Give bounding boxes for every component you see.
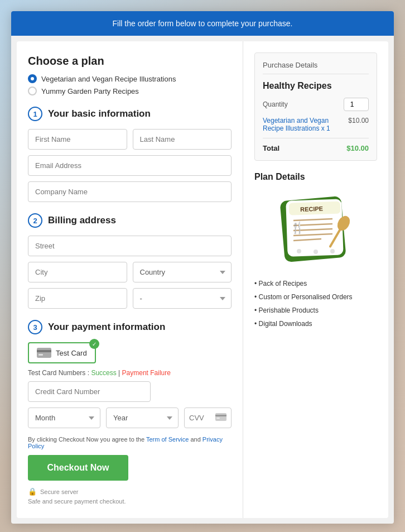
svg-point-20 bbox=[330, 249, 335, 253]
card-option[interactable]: ✓ Test Card bbox=[28, 342, 96, 363]
recipe-illustration: RECIPE 🍴 bbox=[254, 190, 377, 268]
cc-number-row bbox=[28, 381, 232, 402]
test-card-success-link[interactable]: Success bbox=[91, 369, 116, 377]
checkout-note: By clicking Checkout Now you agree to th… bbox=[28, 436, 232, 449]
choose-plan-section: Choose a plan Vegetarian and Vegan Recip… bbox=[28, 55, 232, 95]
year-select[interactable]: Year 2024 2025 2026 bbox=[106, 408, 179, 428]
svg-point-18 bbox=[297, 249, 301, 253]
first-name-input[interactable] bbox=[28, 129, 127, 150]
country-select[interactable]: Country United States United Kingdom Can… bbox=[133, 262, 232, 282]
cvv-row: Month 01 02 03 04 05 06 07 08 09 10 11 1… bbox=[28, 408, 232, 428]
checkout-note-text: By clicking Checkout Now you agree to th… bbox=[28, 436, 146, 443]
email-input[interactable] bbox=[28, 155, 232, 176]
plan-option-2-label: Yummy Garden Party Recipes bbox=[41, 87, 139, 95]
feature-2: Custom or Personalised Orders bbox=[254, 290, 377, 304]
secure-note: 🔒 Secure server bbox=[28, 487, 232, 496]
top-banner: Fill the order form below to complete yo… bbox=[11, 11, 394, 36]
total-amount: $10.00 bbox=[346, 144, 369, 152]
city-input[interactable] bbox=[28, 262, 127, 282]
svg-text:RECIPE: RECIPE bbox=[300, 205, 323, 213]
purchase-details-box: Purchase Details Healthy Recipes Quantit… bbox=[254, 52, 377, 161]
section2-title: Billing address bbox=[48, 215, 116, 226]
city-country-row: Country United States United Kingdom Can… bbox=[28, 262, 232, 282]
price-product-label: Vegetarian and Vegan Recipe Illustration… bbox=[263, 117, 330, 132]
tos-link[interactable]: Term of Service bbox=[146, 436, 189, 443]
product-name: Healthy Recipes bbox=[263, 81, 369, 91]
safe-text: Safe and secure payment checkout. bbox=[28, 498, 232, 505]
choose-plan-title: Choose a plan bbox=[28, 55, 232, 68]
section3-number: 3 bbox=[28, 320, 42, 334]
company-row bbox=[28, 181, 232, 202]
purchase-details-title: Purchase Details bbox=[263, 61, 369, 74]
content-area: Choose a plan Vegetarian and Vegan Recip… bbox=[17, 41, 388, 518]
price-product-line1: Vegetarian and Vegan bbox=[263, 117, 330, 124]
card-icon bbox=[37, 348, 51, 358]
email-row bbox=[28, 155, 232, 176]
test-card-prefix: Test Card Numbers : bbox=[28, 369, 91, 377]
svg-rect-4 bbox=[215, 415, 226, 416]
plan-option-1-label: Vegetarian and Vegan Recipe Illustration… bbox=[41, 75, 176, 83]
section3-title: Your payment information bbox=[48, 322, 165, 333]
feature-4: Digital Downloads bbox=[254, 317, 377, 330]
price-row: Vegetarian and Vegan Recipe Illustration… bbox=[263, 117, 369, 138]
section2-header: 2 Billing address bbox=[28, 213, 232, 228]
quantity-input[interactable] bbox=[344, 98, 369, 111]
plan-details-title: Plan Details bbox=[254, 172, 377, 182]
svg-rect-2 bbox=[38, 354, 43, 356]
test-card-numbers-row: Test Card Numbers : Success | Payment Fa… bbox=[28, 369, 232, 377]
plan-option-1[interactable]: Vegetarian and Vegan Recipe Illustration… bbox=[28, 74, 232, 83]
and-text: and bbox=[189, 436, 202, 443]
svg-text:🍴: 🍴 bbox=[291, 221, 305, 234]
total-row: Total $10.00 bbox=[263, 144, 369, 152]
svg-rect-1 bbox=[37, 350, 51, 352]
cvv-field-container bbox=[184, 408, 232, 428]
secure-text: Secure server bbox=[40, 488, 78, 495]
plan-features: Pack of Recipes Custom or Personalised O… bbox=[254, 277, 377, 330]
zip-input[interactable] bbox=[28, 288, 127, 309]
credit-card-input[interactable] bbox=[28, 381, 151, 402]
feature-1: Pack of Recipes bbox=[254, 277, 377, 290]
price-product-line2: Recipe Illustrations x 1 bbox=[263, 124, 330, 132]
svg-rect-0 bbox=[37, 348, 51, 358]
quantity-row: Quantity bbox=[263, 98, 369, 111]
zip-state-row: - bbox=[28, 288, 232, 309]
test-card-sep: | bbox=[117, 369, 122, 377]
main-container: Fill the order form below to complete yo… bbox=[11, 11, 394, 524]
section3-header: 3 Your payment information bbox=[28, 320, 232, 334]
banner-text: Fill the order form below to complete yo… bbox=[113, 19, 293, 28]
left-panel: Choose a plan Vegetarian and Vegan Recip… bbox=[17, 41, 243, 518]
lock-icon: 🔒 bbox=[28, 487, 37, 496]
card-check-icon: ✓ bbox=[89, 339, 99, 349]
street-row bbox=[28, 236, 232, 256]
checkout-button[interactable]: Checkout Now bbox=[28, 455, 128, 481]
card-label: Test Card bbox=[56, 349, 87, 357]
name-row bbox=[28, 129, 232, 150]
section1-number: 1 bbox=[28, 107, 42, 121]
section1-title: Your basic information bbox=[48, 108, 151, 119]
radio-unselected[interactable] bbox=[28, 87, 37, 95]
company-input[interactable] bbox=[28, 181, 232, 202]
plan-details-section: Plan Details RECIPE bbox=[254, 172, 377, 330]
radio-selected[interactable] bbox=[28, 74, 37, 83]
month-select[interactable]: Month 01 02 03 04 05 06 07 08 09 10 11 1… bbox=[28, 408, 100, 428]
right-panel: Purchase Details Healthy Recipes Quantit… bbox=[243, 41, 388, 518]
svg-rect-5 bbox=[216, 418, 220, 419]
total-label: Total bbox=[263, 144, 279, 152]
section1-header: 1 Your basic information bbox=[28, 107, 232, 121]
cvv-card-icon bbox=[215, 413, 226, 423]
state-select[interactable]: - bbox=[133, 288, 232, 309]
plan-option-2[interactable]: Yummy Garden Party Recipes bbox=[28, 87, 232, 95]
feature-3: Perishable Products bbox=[254, 304, 377, 317]
quantity-label: Quantity bbox=[263, 100, 288, 108]
last-name-input[interactable] bbox=[133, 129, 232, 150]
svg-rect-3 bbox=[215, 413, 226, 421]
cvv-input[interactable] bbox=[189, 408, 215, 428]
section2-number: 2 bbox=[28, 213, 42, 228]
price-amount: $10.00 bbox=[348, 117, 369, 132]
test-card-failure-link[interactable]: Payment Failure bbox=[122, 369, 171, 377]
street-input[interactable] bbox=[28, 236, 232, 256]
svg-point-19 bbox=[314, 250, 318, 254]
